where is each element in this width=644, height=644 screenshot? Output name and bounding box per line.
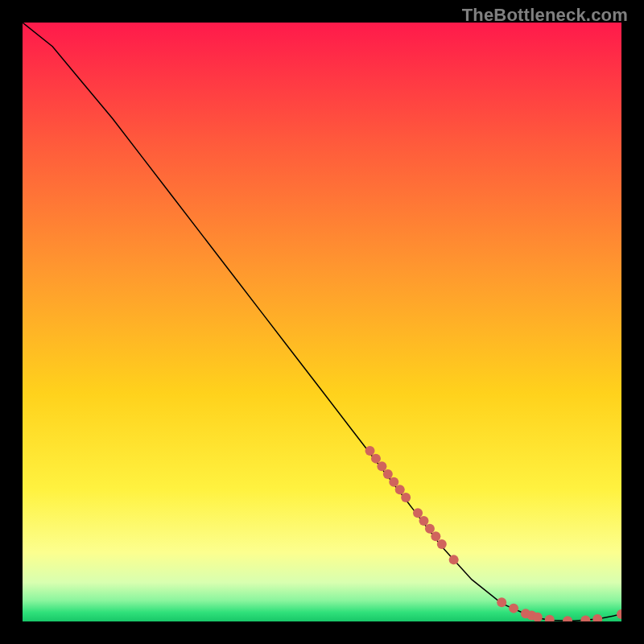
marker-point: [419, 516, 428, 526]
marker-point: [389, 477, 398, 487]
plot-background: [23, 23, 621, 621]
bottleneck-chart: [23, 23, 621, 621]
marker-point: [425, 524, 435, 534]
marker-point: [413, 508, 423, 518]
marker-point: [383, 469, 393, 479]
marker-point: [395, 485, 405, 494]
marker-point: [365, 446, 375, 456]
marker-point: [437, 539, 447, 549]
marker-point: [497, 597, 506, 607]
marker-point: [377, 461, 386, 471]
marker-point: [431, 531, 440, 541]
marker-point: [401, 493, 411, 502]
marker-point: [509, 604, 518, 613]
marker-point: [371, 454, 381, 464]
marker-point: [449, 555, 459, 564]
chart-container: TheBottleneck.com: [0, 0, 644, 644]
